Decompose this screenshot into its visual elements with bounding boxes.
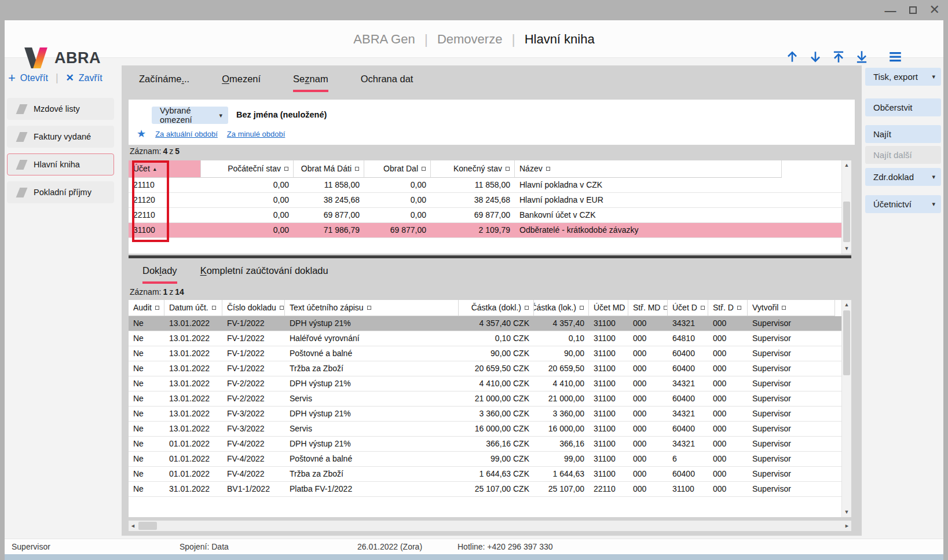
table-row[interactable]: Ne13.01.2022FV-2/2022Servis21 000,00 CZK… [129,391,851,407]
column-header-8[interactable]: Stř. MD [628,300,668,316]
open-button[interactable]: + Otevřít [8,73,48,83]
table-row[interactable]: Ne31.01.2022BV1-1/2022Platba FV-1/202225… [129,482,851,497]
sidebar-item-pokladni-prijmy[interactable]: Pokladní příjmy [7,181,114,203]
filter-square-icon[interactable] [422,167,426,171]
table-row[interactable]: 211200,0038 245,680,0038 245,68Hlavní po… [129,193,851,208]
scroll-up-icon[interactable]: ▲ [842,301,851,309]
scroll-right-icon[interactable]: ► [843,521,851,531]
selected-restriction-dropdown[interactable]: Vybrané omezení ▾ [152,107,228,124]
table-row[interactable]: Ne13.01.2022FV-1/2022Haléřové vyrovnání0… [129,331,851,346]
column-header-4[interactable]: Text účetního zápisu [285,300,459,316]
link-previous-period[interactable]: Za minulé období [227,130,285,138]
cell: 21 000,00 [534,391,589,406]
column-header-6[interactable]: Název [515,160,782,178]
minimize-icon[interactable]: — [885,5,896,16]
scroll-down-icon[interactable]: ▼ [842,508,851,517]
lower-vertical-scrollbar[interactable]: ▲ ▼ [841,300,851,517]
column-header-5[interactable]: Částka (dokl.) [459,300,534,316]
tisk-export-button[interactable]: Tisk, export▾ [865,68,941,86]
column-header-7[interactable]: Účet MD [589,300,628,316]
table-row[interactable]: Ne13.01.2022FV-3/2022Servis16 000,00 CZK… [129,422,851,437]
upper-scroll-thumb[interactable] [843,202,850,242]
column-header-5[interactable]: Konečný stav [431,160,515,178]
move-up-icon[interactable] [785,49,800,64]
close-list-button[interactable]: ✕ Zavřít [66,72,103,84]
table-row[interactable]: Ne01.01.2022FV-4/2022DPH výstup 21%366,1… [129,437,851,452]
column-header-11[interactable]: Vytvořil [748,300,835,316]
cell: 000 [708,437,748,451]
filter-square-icon[interactable] [701,306,705,310]
column-header-10[interactable]: Stř. D [708,300,748,316]
scroll-left-icon[interactable]: ◄ [129,521,137,531]
table-row[interactable]: 221100,0069 877,000,0069 877,00Bankovní … [129,208,851,223]
lower-scroll-thumb[interactable] [843,310,850,375]
filter-square-icon[interactable] [155,306,159,310]
table-row[interactable]: Ne13.01.2022FV-1/2022Poštovné a balné90,… [129,346,851,361]
filter-square-icon[interactable] [280,306,284,310]
move-first-icon[interactable] [831,49,846,64]
column-header-3[interactable]: Obrat Má Dáti [294,160,364,178]
table-row[interactable]: Ne01.01.2022FV-4/2022Poštovné a balné99,… [129,452,851,467]
tab-zaciname[interactable]: Začínáme... [139,74,189,92]
cell: Servis [285,391,459,406]
tab-label-post: nam [310,74,328,84]
column-header-1[interactable]: Audit [129,300,164,316]
filter-square-icon[interactable] [782,306,786,310]
cell: 3 360,00 CZK [459,407,534,421]
najit-button[interactable]: Najít [865,125,941,143]
filter-square-icon[interactable] [212,306,216,310]
filter-square-icon[interactable] [506,167,510,171]
lower-record-counter: Záznam:1z14 [130,287,186,297]
tab-ochrana-dat[interactable]: Ochrana dat [361,74,413,92]
table-row[interactable]: Ne13.01.2022FV-1/2022DPH výstup 21%4 357… [129,316,851,331]
ucetnictvi-button[interactable]: Účetnictví▾ [865,195,941,213]
close-icon[interactable]: ✕ [929,4,940,16]
move-down-icon[interactable] [808,49,823,64]
column-header-2[interactable]: Počáteční stav [201,160,294,178]
link-current-period[interactable]: Za aktuální období [155,130,218,138]
table-row[interactable]: 211100,0011 858,000,0011 858,00Hlavní po… [129,178,851,193]
filter-square-icon[interactable] [284,167,288,171]
column-header-6[interactable]: Částka (lok.) [534,300,589,316]
cell: 000 [708,331,748,346]
column-header-4[interactable]: Obrat Dal [364,160,431,178]
scroll-down-icon[interactable]: ▼ [842,244,851,253]
maximize-icon[interactable] [909,4,917,16]
obcerstvit-button[interactable]: Občerstvit [865,98,941,116]
scroll-up-icon[interactable]: ▲ [842,161,851,170]
filter-square-icon[interactable] [355,167,359,171]
zdr-doklad-button[interactable]: Zdr.doklad▾ [865,168,941,186]
column-header-3[interactable]: Číslo dokladu [222,300,285,316]
table-row[interactable]: 311000,0071 986,7969 877,002 109,79Odběr… [129,223,851,238]
cell: Servis [285,422,459,436]
horizontal-scroll-thumb[interactable] [138,522,157,530]
pane-splitter[interactable] [129,255,851,258]
column-header-1[interactable]: Účet▴ [129,160,201,178]
tab-kompletni-zauctovani[interactable]: Kompletní zaúčtování dokladu [200,265,328,284]
tab-doklady[interactable]: Doklady [142,265,177,284]
filter-square-icon[interactable] [580,306,584,310]
table-row[interactable]: Ne13.01.2022FV-1/2022Tržba za Zboží20 65… [129,361,851,376]
filter-square-icon[interactable] [525,306,529,310]
menu-icon[interactable] [888,49,903,64]
tab-omezeni[interactable]: Omezení [222,74,261,92]
upper-vertical-scrollbar[interactable]: ▲ ▼ [841,160,851,254]
move-last-icon[interactable] [854,49,869,64]
table-row[interactable]: Ne13.01.2022FV-2/2022DPH výstup 21%4 410… [129,376,851,391]
column-header-label: Částka (dokl.) [471,300,521,316]
sidebar-item-mzdove-listy[interactable]: Mzdové listy [7,98,114,120]
table-row[interactable]: Ne13.01.2022FV-3/2022DPH výstup 21%3 360… [129,407,851,422]
favorite-star-icon[interactable]: ★ [137,129,146,139]
cell: 21120 [129,193,201,207]
table-row[interactable]: Ne01.01.2022FV-4/2022Tržba za Zboží1 644… [129,467,851,482]
cell: 69 877,00 [294,208,364,222]
horizontal-scrollbar[interactable]: ◄ ► [129,521,851,531]
column-header-9[interactable]: Účet D [668,300,708,316]
filter-square-icon[interactable] [367,306,371,310]
sidebar-item-hlavni-kniha[interactable]: Hlavní kniha [7,153,114,175]
tab-seznam[interactable]: Seznam [293,74,328,92]
sidebar-item-faktury-vydane[interactable]: Faktury vydané [7,126,114,148]
filter-square-icon[interactable] [737,306,741,310]
column-header-2[interactable]: Datum účt. [164,300,222,316]
filter-square-icon[interactable] [546,167,550,171]
